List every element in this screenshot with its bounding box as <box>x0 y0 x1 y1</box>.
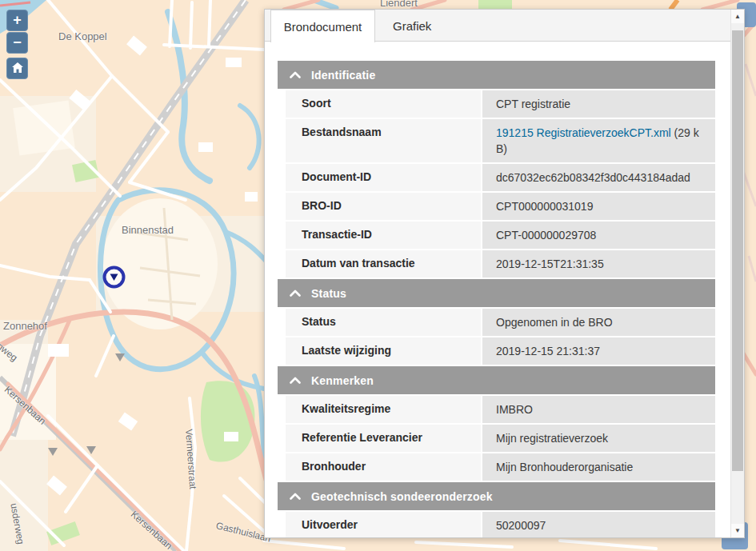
row-label: Datum van transactie <box>286 250 481 277</box>
table-row: SoortCPT registratie <box>286 90 715 118</box>
row-label: Status <box>286 309 481 336</box>
table-row: Bestandsnaam191215 RegistratieverzoekCPT… <box>286 119 715 162</box>
home-icon <box>11 61 24 77</box>
section-title: Kenmerken <box>311 374 374 387</box>
chevron-up-icon <box>290 377 301 384</box>
row-value: CPT-000000029708 <box>482 222 715 249</box>
scrollbar-thumb[interactable] <box>732 30 743 471</box>
table-row: KwaliteitsregimeIMBRO <box>286 396 715 423</box>
section: StatusStatusOpgenomen in de BROLaatste w… <box>278 279 715 365</box>
row-label: BRO-ID <box>286 193 481 220</box>
row-label: Referentie Leverancier <box>286 425 481 452</box>
row-label: Bronhouder <box>286 453 481 481</box>
section-header[interactable]: Identificatie <box>278 61 715 89</box>
table-row: Transactie-IDCPT-000000029708 <box>286 222 715 249</box>
row-value: 191215 RegistratieverzoekCPT.xml (29 kB) <box>482 119 715 162</box>
tab-brondocument[interactable]: Brondocument <box>270 10 375 42</box>
scrollbar-up-icon[interactable]: ▲ <box>731 10 744 23</box>
app-window: De Koppel Liendert Binnenstad Zonnehof k… <box>0 0 756 551</box>
section-title: Geotechnisch sondeeronderzoek <box>311 490 493 503</box>
row-label: Laatste wijziging <box>286 337 481 365</box>
row-value: dc67032ec62b08342f3d0c443184adad <box>482 164 715 191</box>
file-link[interactable]: 191215 RegistratieverzoekCPT.xml <box>496 126 671 139</box>
table-row: Uitvoerder50200097 <box>286 512 715 537</box>
home-button[interactable] <box>6 58 28 79</box>
section-header[interactable]: Kenmerken <box>278 366 715 394</box>
table-row: Document-IDdc67032ec62b08342f3d0c443184a… <box>286 164 715 191</box>
row-value: CPT registratie <box>482 90 715 118</box>
row-value: CPT000000031019 <box>482 193 715 220</box>
row-value: 50200097 <box>482 512 715 537</box>
tab-label: Grafiek <box>393 19 431 33</box>
table-row: Laatste wijziging2019-12-15 21:31:37 <box>286 337 715 365</box>
scrollbar-down-icon[interactable]: ▼ <box>731 524 744 537</box>
row-label: Uitvoerder <box>286 512 481 537</box>
section: IdentificatieSoortCPT registratieBestand… <box>278 61 715 277</box>
table-row: BRO-IDCPT000000031019 <box>286 193 715 220</box>
section: KenmerkenKwaliteitsregimeIMBROReferentie… <box>278 366 715 481</box>
row-value: Opgenomen in de BRO <box>482 309 715 336</box>
row-value: Mijn registratieverzoek <box>482 425 715 452</box>
section: Geotechnisch sondeeronderzoekUitvoerder5… <box>278 482 715 537</box>
tab-label: Brondocument <box>284 20 362 34</box>
row-value: 2019-12-15T21:31:35 <box>482 250 715 277</box>
panel-scrollbar[interactable]: ▲ ▼ <box>730 10 744 537</box>
tab-grafiek[interactable]: Grafiek <box>376 10 464 42</box>
table-row: Referentie LeverancierMijn registratieve… <box>286 425 715 452</box>
panel-content: IdentificatieSoortCPT registratieBestand… <box>265 42 730 537</box>
row-label: Document-ID <box>286 164 481 191</box>
row-value: IMBRO <box>482 396 715 423</box>
chevron-up-icon <box>290 493 301 500</box>
detail-panel: BrondocumentGrafiek IdentificatieSoortCP… <box>264 9 745 538</box>
map-marker[interactable] <box>101 264 127 293</box>
chevron-up-icon <box>290 289 301 297</box>
zoom-out-button[interactable]: − <box>6 32 28 54</box>
row-value: Mijn Bronhouderorganisatie <box>482 453 715 481</box>
table-row: StatusOpgenomen in de BRO <box>286 309 715 336</box>
section-title: Status <box>311 287 346 300</box>
row-label: Kwaliteitsregime <box>286 396 481 423</box>
row-value: 2019-12-15 21:31:37 <box>482 337 715 365</box>
row-label: Bestandsnaam <box>286 119 481 162</box>
zoom-in-button[interactable]: + <box>6 10 28 31</box>
section-header[interactable]: Geotechnisch sondeeronderzoek <box>278 482 715 510</box>
section-header[interactable]: Status <box>278 279 715 307</box>
table-row: Datum van transactie2019-12-15T21:31:35 <box>286 250 715 277</box>
chevron-up-icon <box>290 71 301 78</box>
tab-bar: BrondocumentGrafiek <box>265 10 730 42</box>
table-row: BronhouderMijn Bronhouderorganisatie <box>286 453 715 481</box>
section-title: Identificatie <box>311 69 375 82</box>
row-label: Transactie-ID <box>286 222 481 249</box>
row-label: Soort <box>286 90 481 118</box>
